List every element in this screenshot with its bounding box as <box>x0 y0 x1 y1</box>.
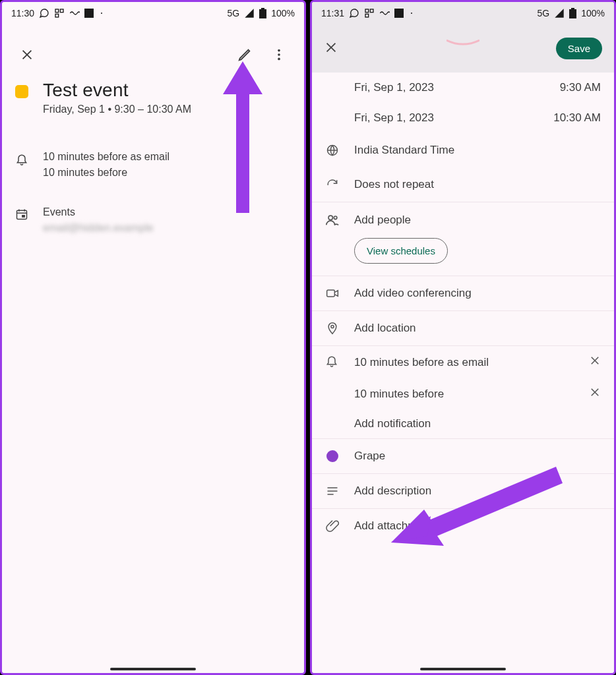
close-icon <box>589 355 601 367</box>
remove-notification-button[interactable] <box>589 355 601 370</box>
nav-handle[interactable] <box>110 668 196 670</box>
more-dot-icon <box>101 13 102 14</box>
wave-icon <box>69 8 80 18</box>
status-time: 11:31 <box>321 8 344 18</box>
color-name: Grape <box>354 450 601 463</box>
svg-point-19 <box>331 325 334 328</box>
description-row[interactable]: Add description <box>312 474 614 508</box>
signal-icon <box>244 8 255 18</box>
svg-rect-14 <box>571 8 574 9</box>
notes-icon <box>326 484 339 498</box>
globe-icon <box>326 144 339 157</box>
recurrence-label: Does not repeat <box>354 178 601 191</box>
end-time-row[interactable]: Fri, Sep 1, 2023 10:30 AM <box>312 103 614 133</box>
calendar-icon <box>15 208 28 221</box>
color-swatch <box>326 450 338 462</box>
add-notification-label: Add notification <box>354 417 601 430</box>
reminders-section: 10 minutes before as email 10 minutes be… <box>2 142 304 185</box>
bell-icon <box>325 354 338 367</box>
svg-rect-8 <box>17 210 27 219</box>
svg-rect-18 <box>327 290 335 297</box>
recurrence-row[interactable]: Does not repeat <box>312 167 614 202</box>
status-time: 11:30 <box>11 8 34 18</box>
square-icon <box>84 9 94 18</box>
overflow-button[interactable] <box>264 40 293 69</box>
close-icon <box>324 40 338 55</box>
calendar-name: Events <box>43 206 153 218</box>
attachment-label: Add attachment <box>354 519 601 533</box>
status-bar: 11:30 5G 100% <box>2 2 304 23</box>
whatsapp-icon <box>349 8 359 18</box>
attachment-row[interactable]: Add attachment <box>312 509 614 543</box>
network-label: 5G <box>538 8 550 18</box>
repeat-icon <box>326 178 339 191</box>
video-conferencing-row[interactable]: Add video conferencing <box>312 276 614 310</box>
svg-rect-0 <box>55 9 59 13</box>
svg-point-17 <box>334 216 337 220</box>
save-button[interactable]: Save <box>556 38 602 59</box>
end-date: Fri, Sep 1, 2023 <box>354 111 539 125</box>
add-notification-row[interactable]: Add notification <box>312 409 614 438</box>
svg-point-6 <box>278 53 280 56</box>
more-dot-icon <box>411 13 412 14</box>
attachment-icon <box>326 519 339 533</box>
battery-icon <box>569 8 576 18</box>
close-button[interactable] <box>13 40 42 69</box>
start-time: 9:30 AM <box>560 81 601 94</box>
signal-icon <box>554 8 565 18</box>
close-icon <box>589 386 601 398</box>
location-row[interactable]: Add location <box>312 311 614 345</box>
svg-rect-2 <box>55 14 59 17</box>
close-icon <box>20 47 34 62</box>
calendar-account-hidden: email@hidden.example <box>43 222 153 234</box>
nav-handle[interactable] <box>420 668 506 670</box>
color-row[interactable]: Grape <box>312 439 614 473</box>
battery-percent: 100% <box>581 8 605 18</box>
svg-rect-9 <box>22 216 24 218</box>
event-color-chip <box>15 85 28 98</box>
reminder-line: 10 minutes before <box>43 167 169 179</box>
notification-row[interactable]: 10 minutes before <box>312 378 614 409</box>
svg-rect-10 <box>365 9 369 13</box>
video-icon <box>326 287 339 300</box>
event-view-screen: 11:30 5G 100% Test event <box>0 0 306 675</box>
view-schedules-button[interactable]: View schedules <box>354 238 448 264</box>
timezone-row[interactable]: India Standard Time <box>312 133 614 167</box>
timezone-label: India Standard Time <box>354 144 601 157</box>
svg-rect-1 <box>60 9 63 13</box>
pencil-icon <box>237 47 252 62</box>
svg-point-7 <box>278 58 280 61</box>
notification-row[interactable]: 10 minutes before as email <box>312 346 614 378</box>
edit-button[interactable] <box>230 40 259 69</box>
event-title: Test event <box>43 80 191 101</box>
start-time-row[interactable]: Fri, Sep 1, 2023 9:30 AM <box>312 73 614 103</box>
square-icon <box>394 9 404 18</box>
description-label: Add description <box>354 484 601 498</box>
people-icon <box>325 213 340 227</box>
battery-percent: 100% <box>271 8 295 18</box>
svg-rect-11 <box>370 9 373 13</box>
event-appbar <box>2 23 304 80</box>
view-schedules-row: View schedules <box>312 238 614 276</box>
svg-point-16 <box>328 216 332 220</box>
location-label: Add location <box>354 322 601 335</box>
reminder-line: 10 minutes before as email <box>43 151 169 163</box>
event-header: Test event Friday, Sep 1 • 9:30 – 10:30 … <box>2 80 304 122</box>
more-vert-icon <box>272 47 286 62</box>
event-datetime: Friday, Sep 1 • 9:30 – 10:30 AM <box>43 103 191 115</box>
whatsapp-icon <box>39 8 49 18</box>
start-date: Fri, Sep 1, 2023 <box>354 81 545 94</box>
location-icon <box>326 322 339 335</box>
notification-label: 10 minutes before as email <box>354 356 574 369</box>
remove-notification-button[interactable] <box>589 386 601 401</box>
battery-icon <box>259 8 266 18</box>
close-button[interactable] <box>324 40 338 57</box>
notification-label: 10 minutes before <box>354 388 574 401</box>
apps-icon <box>364 8 375 18</box>
svg-rect-3 <box>259 9 266 18</box>
add-people-row[interactable]: Add people <box>312 202 614 238</box>
video-label: Add video conferencing <box>354 287 601 300</box>
wave-icon <box>379 8 390 18</box>
bell-icon <box>15 152 28 165</box>
end-time: 10:30 AM <box>553 111 601 125</box>
